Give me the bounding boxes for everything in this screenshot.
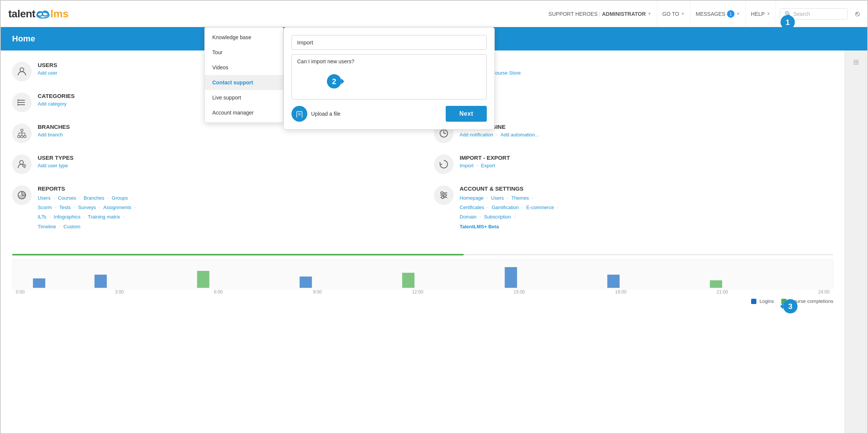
help-menu-tour[interactable]: Tour	[205, 45, 283, 60]
help-menu-knowledge-base[interactable]: Knowledge base	[205, 30, 283, 45]
header-nav: SUPPORT HEROES | ADMINISTRATOR ▼ GO TO ▼…	[543, 1, 860, 27]
add-user-link[interactable]: Add user	[38, 70, 57, 76]
chart-x-axis: 0:00 3:00 6:00 9:00 12:00 15:00 18:00 21…	[12, 289, 833, 295]
add-notification-link[interactable]: Add notification	[460, 132, 493, 138]
reports-ilts-link[interactable]: ILTs	[38, 214, 46, 220]
support-footer: Upload a file Next	[291, 106, 487, 122]
reports-assignments-link[interactable]: Assignments	[103, 205, 131, 210]
nav-goto[interactable]: GO TO ▼	[657, 1, 691, 27]
settings-themes-link[interactable]: Themes	[511, 195, 529, 201]
svg-rect-19	[24, 136, 26, 138]
reports-custom-link[interactable]: Custom	[63, 224, 80, 229]
right-panel: ⊞	[845, 50, 867, 434]
reports-title: REPORTS	[38, 185, 137, 192]
chart-legend: Logins Course completions	[12, 298, 833, 304]
user-types-links: Add user type	[38, 162, 74, 168]
progress-fill	[12, 254, 464, 255]
contact-support-textarea[interactable]: Can I import new users?	[291, 54, 487, 99]
categories-links: Add category	[38, 101, 75, 107]
branches-links: Add branch	[38, 131, 70, 138]
reports-scorm-link[interactable]: Scorm	[38, 205, 52, 210]
upload-icon	[291, 106, 307, 122]
svg-rect-47	[505, 267, 517, 288]
dash-item-user-types: USER TYPES Add user type	[12, 154, 411, 174]
settings-domain-link[interactable]: Domain	[460, 214, 477, 220]
nav-goto-arrow: ▼	[681, 12, 685, 16]
svg-rect-18	[21, 136, 23, 138]
settings-users-link[interactable]: Users	[491, 195, 504, 201]
nav-messages-label: MESSAGES	[696, 11, 725, 17]
logins-dot	[751, 299, 756, 304]
dash-item-import-export: IMPORT - EXPORT Import · Export	[434, 154, 833, 174]
help-menu-live-support[interactable]: Live support	[205, 90, 283, 105]
help-menu-contact-support[interactable]: Contact support	[205, 75, 283, 90]
reports-surveys-link[interactable]: Surveys	[78, 205, 96, 210]
nav-messages[interactable]: MESSAGES 1 ▼	[690, 1, 746, 27]
svg-rect-48	[607, 275, 620, 288]
reports-branches-link[interactable]: Branches	[84, 195, 104, 201]
header: talent lms SUPPORT HEROES | ADMINISTRATO…	[1, 1, 867, 27]
logo-lms-text: lms	[51, 8, 69, 20]
nav-goto-label: GO TO	[663, 11, 679, 17]
svg-point-12	[17, 102, 19, 103]
reports-training-matrix-link[interactable]: Training matrix	[88, 214, 120, 220]
reports-links: Users · Courses · Branches · Groups · Sc…	[38, 193, 137, 231]
user-types-title: USER TYPES	[38, 154, 74, 161]
tooltip-bubble-2: 2	[327, 74, 341, 89]
nav-messages-arrow: ▼	[736, 12, 740, 16]
categories-icon	[12, 93, 32, 112]
dash-item-reports: REPORTS Users · Courses · Branches · Gro…	[12, 185, 411, 231]
svg-point-38	[441, 192, 443, 194]
import-link[interactable]: Import	[460, 163, 474, 168]
nav-user-info[interactable]: SUPPORT HEROES | ADMINISTRATOR ▼	[543, 1, 657, 27]
search-placeholder: Search	[793, 11, 810, 17]
reports-users-link[interactable]: Users	[38, 195, 51, 201]
settings-subscription-link[interactable]: Subscription	[484, 214, 511, 220]
svg-rect-44	[197, 271, 210, 288]
nav-help[interactable]: HELP ▼	[746, 1, 776, 27]
reports-groups-link[interactable]: Groups	[112, 195, 128, 201]
reports-infographics-link[interactable]: Infographics	[54, 214, 81, 220]
help-menu-account-manager[interactable]: Account manager	[205, 105, 283, 120]
export-link[interactable]: Export	[481, 163, 495, 168]
help-dropdown-menu: Knowledge base Tour Videos Contact suppo…	[204, 27, 284, 123]
svg-rect-50	[297, 112, 302, 118]
add-user-type-link[interactable]: Add user type	[38, 163, 68, 168]
next-button[interactable]: Next	[446, 106, 487, 122]
upload-file-btn[interactable]: Upload a file	[291, 106, 340, 122]
nav-help-arrow: ▼	[767, 12, 770, 16]
svg-point-11	[17, 99, 19, 101]
svg-rect-17	[18, 136, 20, 138]
course-store-link[interactable]: Course Store	[492, 70, 521, 76]
add-automation-link[interactable]: Add automation...	[501, 132, 539, 138]
reports-icon	[12, 185, 32, 205]
nav-messages-badge: 1	[727, 10, 735, 18]
user-types-icon	[12, 154, 32, 174]
logo-cloud-icon	[36, 9, 50, 18]
settings-ecommerce-link[interactable]: E-commerce	[526, 205, 554, 210]
add-category-link[interactable]: Add category	[38, 101, 67, 107]
logout-icon[interactable]: ⎋	[855, 9, 860, 18]
reports-courses-link[interactable]: Courses	[58, 195, 76, 201]
legend-logins: Logins	[751, 298, 774, 304]
events-links: Add notification · Add automation...	[460, 131, 539, 138]
grid-view-icon[interactable]: ⊞	[853, 58, 859, 66]
reports-tests-link[interactable]: Tests	[59, 205, 71, 210]
contact-support-search-input[interactable]	[291, 35, 487, 50]
account-settings-icon	[434, 185, 454, 205]
nav-administrator: ADMINISTRATOR	[602, 11, 646, 17]
settings-certificates-link[interactable]: Certificates	[460, 205, 484, 210]
svg-point-39	[444, 194, 446, 196]
settings-homepage-link[interactable]: Homepage	[460, 195, 484, 201]
import-export-links: Import · Export	[460, 162, 510, 168]
settings-talentlms-beta-link[interactable]: TalentLMS+ Beta	[460, 224, 499, 229]
nav-separator: |	[599, 11, 601, 17]
logo[interactable]: talent lms	[8, 8, 69, 20]
branches-icon	[12, 124, 32, 143]
users-links: Add user	[38, 70, 57, 76]
settings-gamification-link[interactable]: Gamification	[492, 205, 519, 210]
contact-support-panel: Can I import new users? Upload a file Ne…	[284, 27, 495, 130]
add-branch-link[interactable]: Add branch	[38, 132, 63, 138]
help-menu-videos[interactable]: Videos	[205, 60, 283, 75]
reports-timeline-link[interactable]: Timeline	[38, 224, 56, 229]
